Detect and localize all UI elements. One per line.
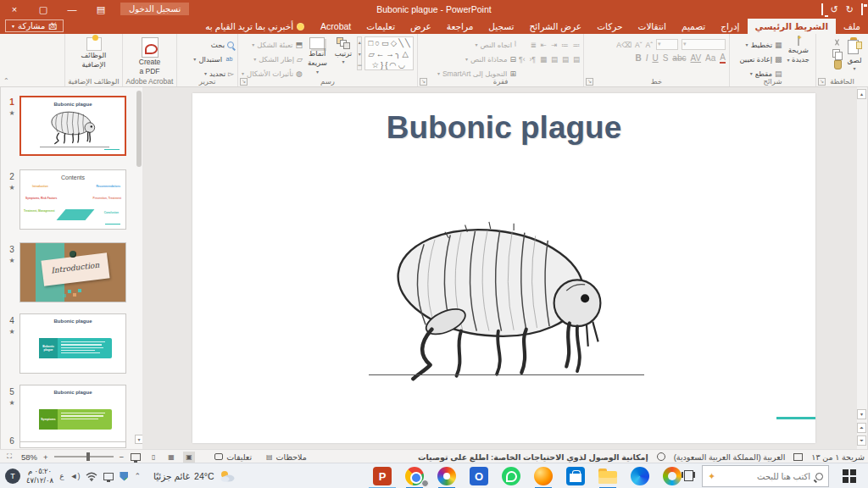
layout-button[interactable]: ▦تخطيط▾ (739, 38, 782, 51)
chrome-taskbar-icon[interactable] (398, 463, 431, 488)
shapes-gallery-scroll[interactable]: ▴▾═ (357, 36, 362, 70)
tab-file[interactable]: ملف (836, 19, 868, 34)
volume-icon[interactable]: ◄) (70, 472, 81, 480)
main-scrollbar[interactable]: ▴ ▾ ⏶ ⏷ (857, 87, 868, 449)
shrink-font-icon[interactable]: Aˇ (635, 41, 643, 49)
line-spacing-icon[interactable]: ≣ (531, 41, 537, 49)
addins-button[interactable]: الوظائف الإضافية (79, 36, 109, 70)
font-name-combo[interactable] (682, 39, 726, 50)
tab-insert[interactable]: إدراج (713, 19, 747, 34)
shape-outline-button[interactable]: ▱إطار الشكل▾ (242, 53, 303, 65)
shapes-gallery[interactable]: □○▭◇╲╲ ▱←→╮△ ☆}{◠◡ (364, 36, 414, 70)
keyboard-language-indicator[interactable]: ع (59, 472, 64, 480)
text-direction-button[interactable]: ⦚اتجاه النص▾ (437, 38, 516, 51)
notes-toggle[interactable]: ▤ ملاحظات (266, 452, 307, 462)
scroll-down-icon[interactable]: ▾ (857, 409, 866, 419)
text-shadow-button[interactable]: S (663, 53, 669, 63)
strikethrough-button[interactable]: abc (672, 53, 686, 63)
bullets-icon[interactable]: ≔ (573, 41, 581, 49)
normal-view-icon[interactable]: ▣ (183, 452, 195, 463)
align-left-icon[interactable]: ▤ (551, 55, 558, 64)
rtl-direction-icon[interactable]: ¶‹ (529, 55, 535, 64)
ltr-direction-icon[interactable]: ›¶ (519, 55, 525, 64)
start-slideshow-icon[interactable] (821, 5, 823, 14)
thumbnail-slide-4[interactable]: Bubonic plague Bubonic plague (19, 313, 126, 374)
previous-slide-icon[interactable]: ⏶ (857, 423, 866, 433)
copilot-sparkle-icon[interactable]: ✦ (708, 471, 715, 482)
copy-icon[interactable] (832, 49, 842, 58)
tab-acrobat[interactable]: Acrobat (313, 19, 359, 34)
fit-slide-to-window-icon[interactable]: ⛶ (3, 452, 15, 463)
bold-button[interactable]: B (635, 53, 641, 63)
slide-title-text[interactable]: Bubonic plague (192, 110, 815, 146)
hidden-icons-chevron[interactable]: ⌃ (134, 472, 141, 480)
tell-me-box[interactable]: أخبرني بما تريد القيام به (197, 19, 313, 34)
tab-record[interactable]: تسجيل (481, 19, 521, 34)
thumbnail-slide-2[interactable]: Contents Introduction Symptoms, Risk Fac… (19, 169, 126, 230)
arrange-button[interactable]: ترتيب▾ (332, 36, 354, 66)
copilot-taskbar-icon[interactable] (656, 463, 688, 488)
tab-view[interactable]: عرض (403, 19, 439, 34)
indent-icon[interactable]: ⇥ (551, 41, 557, 49)
zoom-out-icon[interactable]: − (120, 452, 125, 462)
grow-font-icon[interactable]: Aˆ (646, 41, 654, 49)
current-slide[interactable]: Bubonic plague (192, 93, 815, 443)
taskbar-search-input[interactable]: اكتب هنا للبحث ✦ (702, 465, 829, 487)
clear-formatting-icon[interactable]: A⌫ (616, 41, 632, 49)
char-spacing-button[interactable]: AV (690, 53, 701, 63)
taskbar-clock[interactable]: ٠٥:٢٠ م ٤٧/١٢/٠٨ (26, 467, 53, 485)
notification-icon[interactable]: T (5, 469, 20, 484)
align-text-button[interactable]: ⊟محاذاة النص▾ (437, 53, 516, 65)
align-center-icon[interactable]: ▤ (562, 55, 569, 64)
zoom-percentage[interactable]: 58% (21, 452, 37, 462)
zoom-in-icon[interactable]: + (43, 452, 48, 462)
numbering-icon[interactable]: ≕ (561, 41, 569, 49)
create-pdf-button[interactable]: Create a PDF (136, 36, 164, 77)
share-button[interactable]: 🖄 مشاركة ▾ (5, 19, 64, 32)
flea-image[interactable] (366, 212, 646, 390)
display-tray-icon[interactable] (103, 473, 114, 480)
tab-slideshow[interactable]: عرض الشرائح (522, 19, 590, 34)
replace-button[interactable]: abاستبدال▾ (193, 53, 234, 65)
slideshow-view-icon[interactable] (130, 452, 142, 463)
align-right-icon[interactable]: ▤ (573, 55, 580, 64)
save-icon[interactable] (861, 5, 863, 14)
language-label[interactable]: العربية (المملكة العربية السعودية) (674, 452, 786, 462)
thumbnail-slide-5[interactable]: Bubonic plague Symptoms (19, 385, 126, 445)
scroll-up-icon[interactable]: ▴ (857, 89, 866, 99)
zoom-slider-thumb[interactable] (86, 452, 90, 461)
tab-transitions[interactable]: انتقالات (631, 19, 674, 34)
font-size-combo[interactable] (656, 39, 678, 50)
find-button[interactable]: بحث (193, 38, 234, 51)
thumbnail-slide-6[interactable] (19, 441, 126, 448)
change-case-button[interactable]: Aa (705, 53, 715, 63)
file-explorer-taskbar-icon[interactable] (592, 463, 624, 488)
tab-animations[interactable]: حركات (589, 19, 630, 34)
weather-widget[interactable]: 24°C غائم جزئيًا (153, 469, 236, 483)
thumbnail-scrollbar-thumb[interactable] (136, 91, 142, 167)
tab-review[interactable]: مراجعة (439, 19, 481, 34)
paste-button[interactable]: لصق▾ (844, 36, 865, 73)
font-color-button[interactable]: A (720, 53, 726, 64)
format-painter-icon[interactable] (834, 60, 842, 69)
underline-button[interactable]: U (652, 53, 658, 63)
slide-sorter-view-icon[interactable]: ▦ (165, 452, 177, 463)
reading-view-icon[interactable]: ▯ (147, 452, 159, 463)
tab-design[interactable]: تصميم (674, 19, 713, 34)
new-slide-button[interactable]: ✦ شريحة جديدة ▾ (785, 36, 812, 64)
accessibility-status[interactable]: إمكانية الوصول لذوي الاحتياجات الخاصة: ا… (418, 452, 648, 462)
next-slide-icon[interactable]: ⏷ (857, 435, 866, 446)
tab-help[interactable]: تعليمات (359, 19, 403, 34)
thumbnail-slide-3[interactable]: Introduction (19, 242, 126, 302)
whatsapp-taskbar-icon[interactable] (495, 463, 527, 488)
reset-button[interactable]: ▩إعادة تعيين (739, 53, 782, 65)
thumbnail-slide-1[interactable]: Bubonic plague (19, 96, 126, 156)
outdent-icon[interactable]: ⇤ (541, 41, 547, 49)
quick-styles-button[interactable]: أنماط سريعة ▾ (305, 36, 330, 76)
edge-taskbar-icon[interactable] (624, 463, 656, 488)
pinwheel-app-icon[interactable] (431, 463, 463, 488)
undo-icon[interactable]: ↺ (831, 5, 838, 14)
outlook-taskbar-icon[interactable]: O (463, 463, 495, 488)
italic-button[interactable]: I (646, 53, 648, 63)
firefox-taskbar-icon[interactable] (527, 463, 559, 488)
